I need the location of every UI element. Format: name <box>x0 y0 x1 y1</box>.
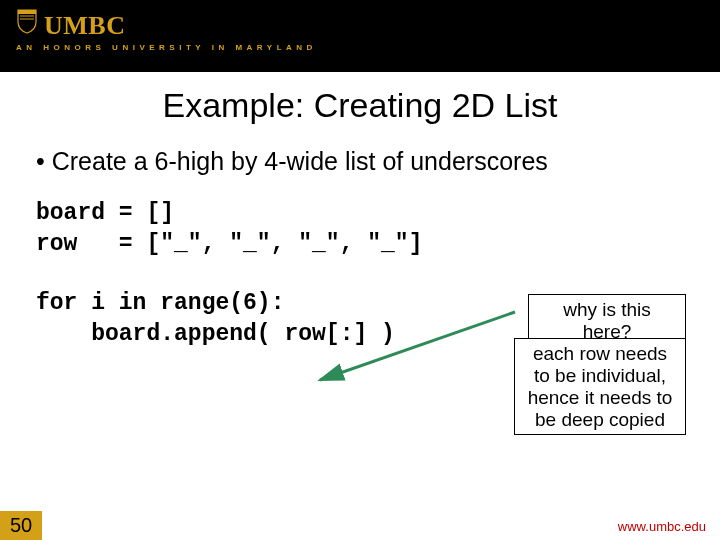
shield-icon <box>16 8 38 34</box>
annotation-deepcopy: each row needs to be individual, hence i… <box>514 338 686 435</box>
code-block-1: board = [] row = ["_", "_", "_", "_"] <box>36 198 690 260</box>
page-number: 50 <box>0 511 42 540</box>
slide: UMBC AN HONORS UNIVERSITY IN MARYLAND Ex… <box>0 0 720 540</box>
code-line: board.append( row[:] ) <box>36 321 395 347</box>
logo-text: UMBC <box>44 11 125 41</box>
code-line: for i in range(6): <box>36 290 284 316</box>
bullet-point: Create a 6-high by 4-wide list of unders… <box>36 147 690 176</box>
content-area: Example: Creating 2D List Create a 6-hig… <box>0 72 720 540</box>
code-line: row = ["_", "_", "_", "_"] <box>36 231 422 257</box>
code-line: board = [] <box>36 200 174 226</box>
tagline: AN HONORS UNIVERSITY IN MARYLAND <box>16 43 704 52</box>
footer-url: www.umbc.edu <box>618 519 706 534</box>
logo: UMBC <box>16 8 704 41</box>
slide-title: Example: Creating 2D List <box>30 86 690 125</box>
header-bar: UMBC AN HONORS UNIVERSITY IN MARYLAND <box>0 0 720 72</box>
